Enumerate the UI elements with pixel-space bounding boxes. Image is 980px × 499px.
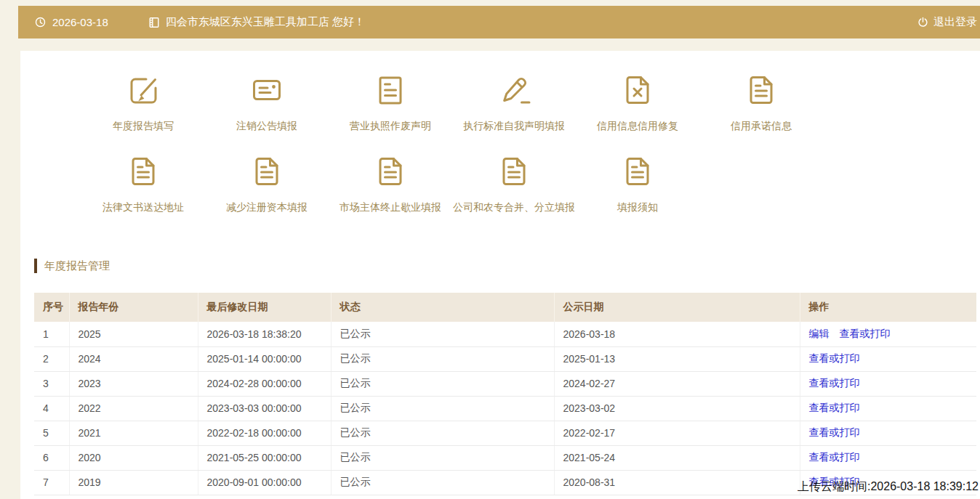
table-row: 120252026-03-18 18:38:20已公示2026-03-18编辑查… bbox=[34, 322, 976, 346]
doc-fold-icon bbox=[373, 154, 408, 189]
logout-button[interactable]: 退出登录 bbox=[917, 15, 977, 29]
shortcut-cancellation-notice[interactable]: 注销公告填报 bbox=[205, 73, 329, 132]
shortcut-merger-division[interactable]: 公司和农专合并、分立填报 bbox=[452, 154, 576, 214]
view-print-link[interactable]: 查看或打印 bbox=[809, 377, 860, 389]
row-status: 已公示 bbox=[331, 470, 554, 495]
row-no: 6 bbox=[34, 445, 69, 470]
table-row: 620202021-05-25 00:00:00已公示2021-05-24查看或… bbox=[34, 445, 976, 470]
table-row: 520212022-02-18 00:00:00已公示2022-02-17查看或… bbox=[34, 421, 976, 445]
table-row: 320232024-02-28 00:00:00已公示2024-02-27查看或… bbox=[34, 371, 976, 396]
upload-time-text: 上传云端时间:2026-03-18 18:39:12 bbox=[798, 479, 979, 495]
shortcut-legal-document-address[interactable]: 法律文书送达地址 bbox=[81, 154, 205, 214]
row-no: 1 bbox=[34, 322, 69, 346]
company-license-icon bbox=[148, 17, 160, 28]
pencil-icon bbox=[497, 73, 531, 107]
power-icon bbox=[917, 16, 929, 28]
shortcut-label: 注销公告填报 bbox=[236, 119, 297, 132]
row-modified-date: 2025-01-14 00:00:00 bbox=[198, 346, 331, 371]
doc-fold-icon bbox=[620, 154, 655, 189]
header-year: 报告年份 bbox=[69, 293, 198, 322]
row-status: 已公示 bbox=[331, 421, 554, 445]
edit-square-icon bbox=[126, 73, 161, 107]
doc-fold-icon bbox=[126, 154, 161, 189]
topbar-company-group: 四会市东城区东兴玉雕工具加工店 您好！ bbox=[148, 15, 365, 29]
shortcut-license-void-declaration[interactable]: 营业执照作废声明 bbox=[329, 73, 452, 132]
shortcut-label: 法律文书送达地址 bbox=[103, 200, 184, 214]
doc-x-icon bbox=[620, 73, 655, 107]
shortcut-label: 营业执照作废声明 bbox=[350, 119, 431, 132]
row-modified-date: 2020-09-01 00:00:00 bbox=[198, 470, 331, 495]
row-publish-date: 2022-02-17 bbox=[554, 421, 800, 445]
row-year: 2022 bbox=[69, 396, 198, 421]
row-no: 7 bbox=[34, 470, 69, 495]
row-publish-date: 2020-08-31 bbox=[554, 470, 800, 495]
section-title-text: 年度报告管理 bbox=[44, 259, 110, 273]
row-operations: 查看或打印 bbox=[800, 421, 976, 445]
row-modified-date: 2021-05-25 00:00:00 bbox=[198, 445, 331, 470]
row-publish-date: 2021-05-24 bbox=[554, 445, 800, 470]
logout-label: 退出登录 bbox=[933, 15, 977, 29]
row-status: 已公示 bbox=[331, 322, 554, 346]
row-operations: 查看或打印 bbox=[800, 396, 976, 421]
shortcut-row-1: 年度报告填写注销公告填报营业执照作废声明执行标准自我声明填报信用信息信用修复信用… bbox=[81, 73, 980, 132]
row-operations: 查看或打印 bbox=[800, 371, 976, 396]
row-operations: 查看或打印 bbox=[800, 445, 976, 470]
section-title-bar bbox=[34, 259, 37, 273]
view-print-link[interactable]: 查看或打印 bbox=[809, 352, 860, 364]
table-header-row: 序号 报告年份 最后修改日期 状态 公示日期 操作 bbox=[34, 293, 976, 322]
top-bar: 2026-03-18 四会市东城区东兴玉雕工具加工店 您好！ 退出登录 bbox=[18, 6, 980, 38]
row-publish-date: 2025-01-13 bbox=[554, 346, 800, 371]
row-status: 已公示 bbox=[331, 396, 554, 421]
company-greeting: 四会市东城区东兴玉雕工具加工店 您好！ bbox=[166, 15, 365, 29]
shortcut-label: 填报须知 bbox=[617, 200, 658, 214]
view-print-link[interactable]: 查看或打印 bbox=[809, 426, 860, 438]
annual-report-section-title: 年度报告管理 bbox=[34, 259, 980, 273]
topbar-date: 2026-03-18 bbox=[52, 16, 108, 28]
clock-icon bbox=[34, 16, 47, 28]
shortcut-label: 信用信息信用修复 bbox=[597, 119, 678, 132]
header-modified: 最后修改日期 bbox=[198, 293, 331, 322]
row-year: 2025 bbox=[69, 322, 198, 346]
shortcut-label: 信用承诺信息 bbox=[731, 119, 792, 132]
row-modified-date: 2023-03-03 00:00:00 bbox=[198, 396, 331, 421]
view-print-link[interactable]: 查看或打印 bbox=[840, 328, 891, 339]
card-icon bbox=[249, 73, 284, 107]
shortcut-label: 公司和农专合并、分立填报 bbox=[453, 200, 575, 214]
doc-fold-icon bbox=[497, 154, 531, 189]
header-operations: 操作 bbox=[800, 293, 976, 322]
shortcut-capital-reduction[interactable]: 减少注册资本填报 bbox=[205, 154, 329, 214]
shortcut-business-closure[interactable]: 市场主体终止歇业填报 bbox=[329, 154, 452, 214]
row-operations: 编辑查看或打印 bbox=[800, 322, 976, 346]
row-year: 2023 bbox=[69, 371, 198, 396]
view-print-link[interactable]: 查看或打印 bbox=[809, 451, 860, 463]
doc-lines-icon bbox=[373, 73, 408, 107]
row-modified-date: 2022-02-18 00:00:00 bbox=[198, 421, 331, 445]
header-status: 状态 bbox=[331, 293, 554, 322]
shortcut-credit-repair[interactable]: 信用信息信用修复 bbox=[576, 73, 699, 132]
row-year: 2019 bbox=[69, 470, 198, 495]
shortcut-standard-self-declaration[interactable]: 执行标准自我声明填报 bbox=[452, 73, 576, 132]
row-no: 2 bbox=[34, 346, 69, 371]
shortcut-filing-notice[interactable]: 填报须知 bbox=[576, 154, 699, 214]
row-publish-date: 2023-03-02 bbox=[554, 396, 800, 421]
shortcut-label: 市场主体终止歇业填报 bbox=[340, 200, 441, 214]
shortcut-credit-commitment[interactable]: 信用承诺信息 bbox=[699, 73, 823, 132]
row-modified-date: 2024-02-28 00:00:00 bbox=[198, 371, 331, 396]
view-print-link[interactable]: 查看或打印 bbox=[809, 402, 860, 413]
row-status: 已公示 bbox=[331, 346, 554, 371]
row-no: 5 bbox=[34, 421, 69, 445]
row-year: 2024 bbox=[69, 346, 198, 371]
table-row: 220242025-01-14 00:00:00已公示2025-01-13查看或… bbox=[34, 346, 976, 371]
row-no: 4 bbox=[34, 396, 69, 421]
row-status: 已公示 bbox=[331, 371, 554, 396]
shortcut-annual-report-fill[interactable]: 年度报告填写 bbox=[81, 73, 205, 132]
table-row: 420222023-03-03 00:00:00已公示2023-03-02查看或… bbox=[34, 396, 976, 421]
row-status: 已公示 bbox=[331, 445, 554, 470]
header-no: 序号 bbox=[34, 293, 69, 322]
shortcut-label: 执行标准自我声明填报 bbox=[463, 119, 565, 132]
shortcut-label: 减少注册资本填报 bbox=[226, 200, 308, 214]
edit-link[interactable]: 编辑 bbox=[809, 328, 830, 339]
row-modified-date: 2026-03-18 18:38:20 bbox=[198, 322, 331, 346]
annual-report-table: 序号 报告年份 最后修改日期 状态 公示日期 操作 120252026-03-1… bbox=[34, 293, 976, 495]
doc-fold-icon bbox=[249, 154, 284, 189]
